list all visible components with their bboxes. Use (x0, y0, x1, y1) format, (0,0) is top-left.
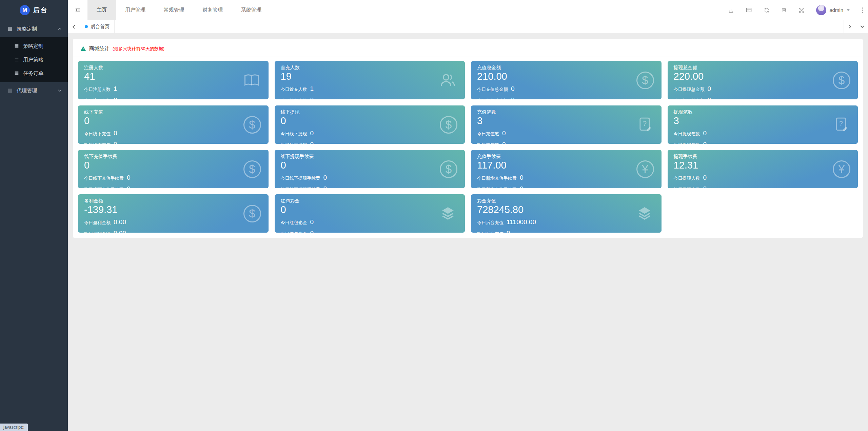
dollar-circle-icon: $ (833, 72, 850, 89)
stat-card: 充值手续费117.00今日新增充值手续费0昨日新增充值手续费0¥ (471, 150, 662, 188)
nav-tab-finance[interactable]: 财务管理 (193, 0, 232, 20)
card-today-row: 今日提现人数0 (674, 172, 852, 183)
card-row-label: 今日后台充值 (477, 219, 504, 227)
card-row-value: 0 (310, 139, 314, 144)
app-title: 后台 (33, 6, 48, 15)
card-row-label: 昨日后台充值 (477, 230, 504, 233)
yuan-circle-icon: ¥ (636, 160, 654, 178)
card-title: 线下充值手续费 (84, 153, 262, 159)
panel-title: 商城统计 (89, 45, 110, 52)
sidebar-item-strategy-custom[interactable]: 策略定制 (0, 39, 68, 53)
stat-card: 彩金充值728245.80今日后台充值111000.00昨日后台充值0 (471, 194, 662, 233)
layers-icon (635, 205, 654, 222)
card-row-label: 今日线下充值手续费 (84, 174, 124, 182)
stat-card: 盈利金额-139.31今日盈利金额0.00昨日盈利金额0.00$ (78, 194, 269, 233)
card-value: 0 (84, 115, 262, 126)
sidebar-item-user-strategy[interactable]: 用户策略 (0, 53, 68, 66)
tabs-menu-button[interactable] (856, 20, 868, 33)
card-today-row: 今日线下提现0 (281, 128, 459, 139)
card-row-value: 0 (310, 94, 314, 99)
stat-card: 线下提现0今日线下提现0昨日线下提现0$ (275, 105, 465, 144)
card-row-label: 昨日新增充值手续费 (477, 185, 517, 188)
panel-icon[interactable] (746, 7, 752, 13)
card-value: 0 (281, 115, 459, 126)
tabbar-right-controls (844, 20, 868, 33)
card-row-label: 昨日首充人数 (281, 97, 307, 99)
kebab-menu-icon[interactable] (862, 7, 863, 13)
avatar[interactable] (816, 5, 826, 15)
card-row-label: 今日新增充值手续费 (477, 174, 517, 182)
main-content: 商城统计 (最多只统计前30天的数据) 注册人数41今日注册人数1昨日注册人数0… (68, 33, 868, 431)
card-today-row: 今日提现总金额0 (674, 83, 852, 95)
card-row-value: 0 (703, 128, 707, 139)
card-today-row: 今日线下充值0 (84, 128, 262, 139)
sidebar: M 后台 策略定制 策略定制 用户策略 任务订单 (0, 0, 68, 431)
card-row-value: 0 (511, 83, 515, 95)
stat-card: 红包彩金0今日红包彩金0昨日红包彩金0 (275, 194, 465, 233)
tabs-scroll-right-button[interactable] (844, 20, 856, 33)
card-yesterday-row: 昨日线下充值0 (84, 139, 262, 144)
sidebar-group-strategy[interactable]: 策略定制 (0, 20, 68, 37)
card-today-row: 今日充值总金额0 (477, 83, 655, 95)
card-title: 盈利金额 (84, 198, 262, 204)
card-title: 提现总金额 (674, 64, 852, 71)
card-title: 彩金充值 (477, 198, 655, 204)
trash-icon[interactable] (781, 7, 787, 13)
fullscreen-icon[interactable] (798, 7, 805, 13)
sidebar-item-task-orders[interactable]: 任务订单 (0, 66, 68, 80)
nav-tab-general[interactable]: 常规管理 (155, 0, 193, 20)
card-value: 12.31 (674, 160, 852, 171)
refresh-icon[interactable] (764, 7, 770, 13)
outdent-icon (75, 7, 81, 13)
tab-dashboard-home[interactable]: 后台首页 (80, 20, 115, 33)
card-row-label: 昨日提现人数 (674, 185, 700, 188)
card-row-value: 0 (502, 139, 506, 144)
card-title: 提现手续费 (674, 153, 852, 159)
card-row-value: 1 (114, 83, 117, 95)
chevron-up-icon (58, 27, 62, 31)
sidebar-group-agent[interactable]: 代理管理 (0, 82, 68, 99)
card-row-value: 111000.00 (507, 216, 536, 228)
card-row-label: 昨日提现笔数 (674, 141, 700, 144)
dollar-circle-icon: $ (440, 160, 457, 178)
stat-card: 提现手续费12.31今日提现人数0昨日提现人数0¥ (668, 150, 858, 188)
card-yesterday-row: 昨日首充人数0 (281, 94, 459, 99)
card-row-value: 0.00 (114, 228, 126, 233)
stat-card: 充值总金额210.00今日充值总金额0昨日充值总金额0$ (471, 61, 662, 99)
stats-grid: 注册人数41今日注册人数1昨日注册人数0首充人数19今日首充人数1昨日首充人数0… (73, 57, 863, 238)
card-yesterday-row: 昨日提现笔数0 (674, 139, 852, 144)
sidebar-item-label: 任务订单 (23, 70, 43, 77)
card-value: 0 (281, 160, 459, 171)
tabs-scroll-left-button[interactable] (68, 20, 80, 33)
stats-panel: 商城统计 (最多只统计前30天的数据) 注册人数41今日注册人数1昨日注册人数0… (73, 39, 863, 238)
card-yesterday-row: 昨日线下提现手续费0 (281, 183, 459, 188)
app-logo[interactable]: M 后台 (0, 0, 68, 20)
card-row-label: 今日提现总金额 (674, 85, 705, 93)
list-icon (14, 44, 19, 48)
user-menu[interactable]: admin (816, 5, 850, 15)
card-title: 线下提现 (281, 109, 459, 115)
card-row-label: 今日线下提现 (281, 130, 307, 138)
header-actions: admin (728, 0, 868, 20)
list-icon (14, 71, 19, 76)
card-yesterday-row: 昨日盈利金额0.00 (84, 228, 262, 233)
nav-tab-system[interactable]: 系统管理 (232, 0, 271, 20)
card-yesterday-row: 昨日充值总金额0 (477, 94, 655, 99)
sidebar-group-label: 代理管理 (17, 87, 37, 94)
doc-question-icon: ? (833, 116, 850, 134)
card-yesterday-row: 昨日注册人数0 (84, 94, 262, 99)
sidebar-collapse-button[interactable] (68, 0, 87, 20)
bar-chart-icon[interactable] (728, 7, 734, 13)
card-value: 210.00 (477, 71, 655, 82)
card-value: 0 (281, 204, 459, 215)
card-today-row: 今日提现笔数0 (674, 128, 852, 139)
card-row-value: 0 (127, 183, 131, 188)
nav-tab-users[interactable]: 用户管理 (116, 0, 155, 20)
card-today-row: 今日线下充值手续费0 (84, 172, 262, 183)
card-value: 728245.80 (477, 204, 655, 215)
card-yesterday-row: 昨日提现人数0 (674, 183, 852, 188)
sidebar-item-label: 用户策略 (23, 57, 43, 63)
card-row-label: 昨日充值总金额 (477, 97, 508, 99)
top-header: 主页 用户管理 常规管理 财务管理 系统管理 (68, 0, 868, 20)
nav-tab-home[interactable]: 主页 (87, 0, 116, 20)
